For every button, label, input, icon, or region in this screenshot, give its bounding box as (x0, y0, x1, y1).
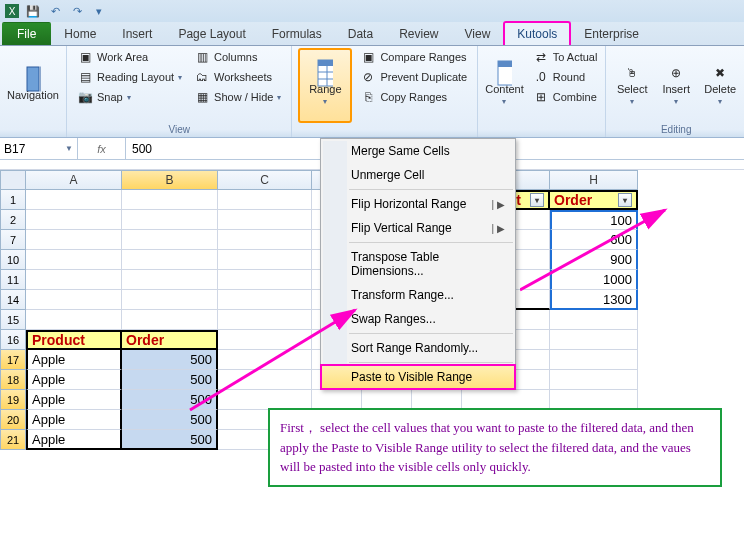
menu-item[interactable]: Paste to Visible Range (320, 364, 516, 390)
tab-data[interactable]: Data (335, 22, 386, 45)
tab-enterprise[interactable]: Enterprise (571, 22, 652, 45)
row-header[interactable]: 10 (0, 250, 26, 270)
compare-ranges-button[interactable]: ▣Compare Ranges (356, 48, 471, 66)
cell[interactable] (122, 210, 218, 230)
cell[interactable] (218, 310, 312, 330)
cell[interactable] (550, 330, 638, 350)
range-button[interactable]: Range ▾ (298, 48, 352, 123)
delete-button[interactable]: ✖Delete▾ (700, 48, 740, 123)
cell[interactable] (218, 270, 312, 290)
tab-kutools[interactable]: Kutools (503, 21, 571, 45)
cell[interactable]: 900 (550, 250, 638, 270)
cell[interactable] (26, 230, 122, 250)
cell[interactable] (26, 310, 122, 330)
cell[interactable] (122, 190, 218, 210)
tab-formulas[interactable]: Formulas (259, 22, 335, 45)
qat-customize-icon[interactable]: ▾ (90, 3, 108, 19)
cell[interactable]: 500 (122, 390, 218, 410)
cell[interactable] (26, 290, 122, 310)
tab-home[interactable]: Home (51, 22, 109, 45)
cell[interactable] (218, 190, 312, 210)
cell[interactable]: 100 (550, 210, 638, 230)
chevron-down-icon[interactable]: ▼ (65, 144, 73, 153)
cell[interactable] (412, 390, 462, 410)
content-button[interactable]: Content ▾ (484, 48, 525, 123)
cell[interactable]: Apple (26, 430, 122, 450)
cell[interactable]: 1300 (550, 290, 638, 310)
cell[interactable] (218, 390, 312, 410)
cell[interactable] (26, 270, 122, 290)
to-actual-button[interactable]: ⇄To Actual (529, 48, 602, 66)
select-button[interactable]: 🖱Select▾ (612, 48, 652, 123)
row-header[interactable]: 18 (0, 370, 26, 390)
menu-item[interactable]: Flip Horizontal Range| ▶ (321, 192, 515, 216)
row-header[interactable]: 15 (0, 310, 26, 330)
cell[interactable] (26, 190, 122, 210)
filter-icon[interactable]: ▾ (618, 193, 632, 207)
row-header[interactable]: 21 (0, 430, 26, 450)
column-header-a[interactable]: A (26, 170, 122, 190)
row-header[interactable]: 11 (0, 270, 26, 290)
cell[interactable]: 500 (122, 350, 218, 370)
redo-icon[interactable]: ↷ (68, 3, 86, 19)
row-header[interactable]: 14 (0, 290, 26, 310)
cell[interactable] (218, 290, 312, 310)
show-hide-button[interactable]: ▦Show / Hide▾ (190, 88, 285, 106)
cell[interactable]: Apple (26, 350, 122, 370)
cell[interactable] (26, 210, 122, 230)
cell[interactable]: 500 (122, 370, 218, 390)
tab-review[interactable]: Review (386, 22, 451, 45)
cell[interactable]: 600 (550, 230, 638, 250)
save-icon[interactable]: 💾 (24, 3, 42, 19)
menu-item[interactable]: Flip Vertical Range| ▶ (321, 216, 515, 240)
cell[interactable] (218, 230, 312, 250)
worksheets-button[interactable]: 🗂Worksheets (190, 68, 285, 86)
column-header-b[interactable]: B (122, 170, 218, 190)
tab-view[interactable]: View (452, 22, 504, 45)
cell[interactable]: Product (26, 330, 122, 350)
menu-item[interactable]: Sort Range Randomly... (321, 336, 515, 360)
navigation-button[interactable]: Navigation (6, 48, 60, 123)
cell[interactable] (122, 290, 218, 310)
undo-icon[interactable]: ↶ (46, 3, 64, 19)
select-all-corner[interactable] (0, 170, 26, 190)
cell[interactable]: Order▾ (550, 190, 638, 210)
cell[interactable] (550, 370, 638, 390)
tab-file[interactable]: File (2, 22, 51, 45)
cell[interactable]: Apple (26, 370, 122, 390)
copy-ranges-button[interactable]: ⎘Copy Ranges (356, 88, 471, 106)
cell[interactable] (218, 330, 312, 350)
tab-page-layout[interactable]: Page Layout (165, 22, 258, 45)
cell[interactable]: Apple (26, 390, 122, 410)
row-header[interactable]: 20 (0, 410, 26, 430)
combine-button[interactable]: ⊞Combine (529, 88, 602, 106)
cell[interactable]: 500 (122, 410, 218, 430)
menu-item[interactable]: Merge Same Cells (321, 139, 515, 163)
row-header[interactable]: 16 (0, 330, 26, 350)
cell[interactable]: 500 (122, 430, 218, 450)
row-header[interactable]: 17 (0, 350, 26, 370)
round-button[interactable]: .0Round (529, 68, 602, 86)
name-box[interactable]: B17▼ (0, 138, 78, 159)
cell[interactable] (550, 350, 638, 370)
menu-item[interactable]: Transform Range... (321, 283, 515, 307)
row-header[interactable]: 2 (0, 210, 26, 230)
cell[interactable] (218, 210, 312, 230)
fx-button[interactable]: fx (78, 138, 126, 159)
reading-layout-button[interactable]: ▤Reading Layout▾ (73, 68, 186, 86)
work-area-button[interactable]: ▣Work Area (73, 48, 186, 66)
cell[interactable] (312, 390, 362, 410)
row-header[interactable]: 1 (0, 190, 26, 210)
insert-button[interactable]: ⊕Insert▾ (656, 48, 696, 123)
cell[interactable]: Apple (26, 410, 122, 430)
column-header-h[interactable]: H (550, 170, 638, 190)
filter-icon[interactable]: ▾ (530, 193, 544, 207)
menu-item[interactable]: Transpose Table Dimensions... (321, 245, 515, 283)
cell[interactable] (218, 350, 312, 370)
cell[interactable] (122, 250, 218, 270)
cell[interactable] (362, 390, 412, 410)
snap-button[interactable]: 📷Snap▾ (73, 88, 186, 106)
row-header[interactable]: 19 (0, 390, 26, 410)
menu-item[interactable]: Swap Ranges... (321, 307, 515, 331)
menu-item[interactable]: Unmerge Cell (321, 163, 515, 187)
